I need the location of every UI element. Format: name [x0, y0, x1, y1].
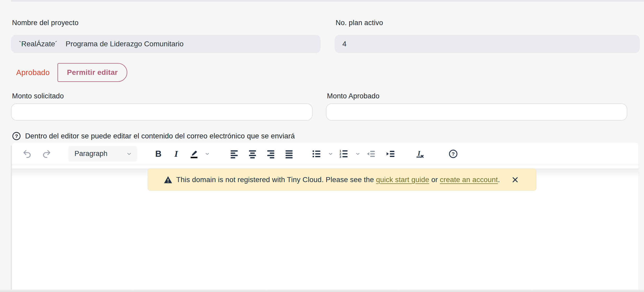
align-center-button[interactable]: [245, 146, 260, 162]
tiny-cloud-notification: This domain is not registered with Tiny …: [148, 169, 536, 191]
editor-hint-row: ? Dentro del editor se puede editar el c…: [12, 132, 640, 141]
numbered-list-button[interactable]: 1 2 3: [336, 146, 351, 162]
project-name-value: `RealÁzate´ Programa de Liderazgo Comuni…: [19, 40, 183, 48]
project-header-row: Nombre del proyecto `RealÁzate´ Programa…: [11, 19, 640, 53]
undo-icon: [22, 149, 32, 159]
amounts-row: Monto solicitado Monto Aprobado: [11, 92, 640, 121]
status-badge: Aprobado: [16, 68, 50, 77]
svg-text:I: I: [417, 149, 421, 157]
outdent-icon: [366, 149, 376, 159]
bullet-list-menu-button[interactable]: [327, 146, 335, 162]
active-plan-field: No. plan activo 4: [335, 19, 640, 53]
close-icon: [511, 176, 519, 183]
align-justify-button[interactable]: [282, 146, 296, 162]
monto-aprobado-field: Monto Aprobado: [326, 92, 627, 121]
undo-button[interactable]: [20, 146, 34, 162]
editor-content[interactable]: This domain is not registered with Tiny …: [12, 169, 639, 292]
notification-close-button[interactable]: [510, 175, 520, 185]
panel-scrollbar[interactable]: [11, 145, 12, 292]
project-name-field: Nombre del proyecto `RealÁzate´ Programa…: [11, 19, 321, 53]
editor-hint-text: Dentro del editor se puede editar el con…: [25, 132, 295, 140]
rich-text-editor: Paragraph B I: [12, 143, 639, 292]
bold-button[interactable]: B: [151, 146, 166, 162]
block-format-select[interactable]: Paragraph: [68, 146, 137, 161]
quick-start-guide-link[interactable]: quick start guide: [376, 176, 429, 184]
project-name-input: `RealÁzate´ Programa de Liderazgo Comuni…: [11, 35, 321, 53]
highlight-pen-icon: [189, 149, 199, 159]
bold-icon: B: [155, 149, 162, 159]
notification-text: This domain is not registered with Tiny …: [176, 176, 500, 184]
block-format-value: Paragraph: [74, 150, 107, 158]
warning-icon: [164, 175, 172, 184]
editor-toolbar: Paragraph B I: [12, 143, 639, 165]
align-justify-icon: [284, 149, 294, 159]
allow-edit-button[interactable]: Permitir editar: [58, 63, 127, 82]
project-name-label: Nombre del proyecto: [12, 19, 321, 27]
svg-text:?: ?: [15, 133, 18, 139]
help-icon: ?: [448, 149, 458, 159]
italic-icon: I: [174, 149, 178, 159]
horizontal-scrollbar[interactable]: [0, 290, 644, 292]
monto-aprobado-label: Monto Aprobado: [327, 92, 627, 100]
chevron-down-icon: [355, 151, 360, 156]
svg-text:3: 3: [340, 155, 341, 158]
create-account-link[interactable]: create an account: [440, 176, 498, 184]
align-right-button[interactable]: [263, 146, 278, 162]
notification-text-part: .: [498, 176, 500, 184]
monto-solicitado-label: Monto solicitado: [12, 92, 313, 100]
highlight-color-menu-button[interactable]: [203, 146, 211, 162]
chevron-down-icon: [328, 151, 333, 156]
numbered-list-icon: 1 2 3: [339, 149, 349, 159]
chevron-down-icon: [126, 151, 132, 157]
monto-solicitado-field: Monto solicitado: [11, 92, 313, 121]
svg-text:?: ?: [452, 151, 455, 156]
monto-solicitado-input[interactable]: [11, 103, 313, 121]
active-plan-value: 4: [342, 40, 347, 48]
notification-text-part: or: [429, 176, 440, 184]
status-row: Aprobado Permitir editar: [16, 63, 640, 82]
align-right-icon: [266, 149, 276, 159]
align-left-icon: [229, 149, 239, 159]
redo-icon: [42, 149, 51, 159]
active-plan-input: 4: [335, 35, 640, 53]
active-plan-label: No. plan activo: [336, 19, 640, 27]
project-form: Nombre del proyecto `RealÁzate´ Programa…: [11, 0, 640, 141]
outdent-button[interactable]: [364, 146, 378, 162]
italic-button[interactable]: I: [169, 146, 183, 162]
align-center-icon: [248, 149, 257, 159]
bullet-list-icon: [312, 149, 321, 159]
align-left-button[interactable]: [227, 146, 242, 162]
clear-formatting-icon: I: [414, 149, 424, 159]
help-button[interactable]: ?: [446, 146, 461, 162]
indent-button[interactable]: [383, 146, 398, 162]
redo-button[interactable]: [39, 146, 54, 162]
notification-text-part: This domain is not registered with Tiny …: [176, 176, 376, 184]
indent-icon: [386, 149, 395, 159]
numbered-list-menu-button[interactable]: [354, 146, 362, 162]
monto-aprobado-input[interactable]: [326, 103, 627, 121]
chevron-down-icon: [205, 151, 210, 156]
clear-formatting-button[interactable]: I: [412, 146, 427, 162]
hint-help-icon[interactable]: ?: [12, 132, 21, 141]
highlight-color-button[interactable]: [187, 146, 201, 162]
bullet-list-button[interactable]: [309, 146, 324, 162]
